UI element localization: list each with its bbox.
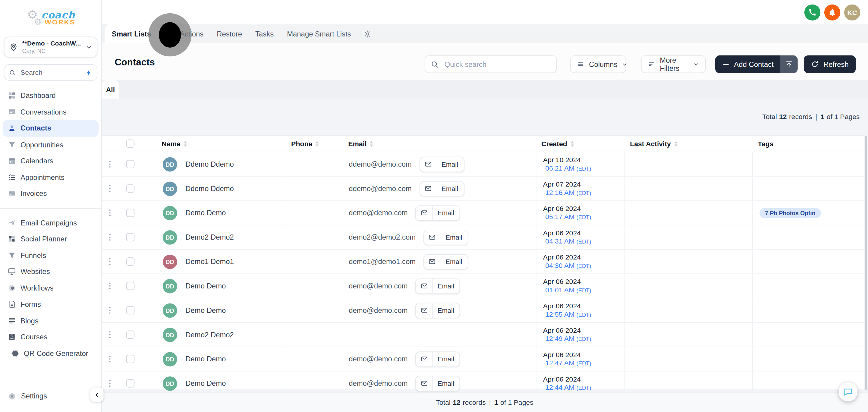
sidebar-item-calendars[interactable]: Calendars xyxy=(0,153,101,169)
table-scrollbar[interactable] xyxy=(865,136,867,390)
contact-name[interactable]: Demo2 Demo2 xyxy=(185,233,234,242)
send-email-button[interactable]: Email xyxy=(424,254,468,269)
refresh-button[interactable]: Refresh xyxy=(804,56,856,73)
sidebar-item-courses[interactable]: Courses xyxy=(0,329,101,345)
row-checkbox[interactable] xyxy=(126,257,134,266)
sidebar-item-blogs[interactable]: Blogs xyxy=(0,313,101,329)
sort-icon[interactable] xyxy=(315,141,319,146)
sidebar-item-invoices[interactable]: Invoices xyxy=(0,185,101,202)
sidebar-item-conversations[interactable]: Conversations xyxy=(0,104,101,120)
sidebar-item-dashboard[interactable]: Dashboard xyxy=(0,87,101,104)
sidebar-collapse-button[interactable] xyxy=(90,388,103,402)
row-checkbox[interactable] xyxy=(126,233,134,242)
chat-widget-button[interactable] xyxy=(839,382,858,401)
row-menu-kebab-icon[interactable] xyxy=(105,354,114,364)
contact-name[interactable]: Demo1 Demo1 xyxy=(185,257,234,266)
send-email-button[interactable]: Email xyxy=(415,278,460,293)
sidebar-search[interactable] xyxy=(4,64,97,81)
qr-code-icon xyxy=(11,349,20,358)
more-filters-dropdown[interactable]: More Filters xyxy=(641,56,706,73)
location-switcher[interactable]: **Demo - CoachW... Cary, NC xyxy=(4,36,97,58)
tab-tasks[interactable]: Tasks xyxy=(249,24,280,43)
row-menu-kebab-icon[interactable] xyxy=(105,281,114,290)
sidebar-item-contacts[interactable]: Contacts xyxy=(3,120,98,136)
row-menu-kebab-icon[interactable] xyxy=(105,379,114,388)
row-menu-kebab-icon[interactable] xyxy=(105,330,114,339)
contact-name[interactable]: Demo2 Demo2 xyxy=(185,330,234,339)
sidebar-item-websites[interactable]: Websites xyxy=(0,263,101,280)
send-email-button[interactable]: Email xyxy=(420,181,464,196)
contact-tags xyxy=(752,152,864,176)
contact-name[interactable]: Ddemo Ddemo xyxy=(185,185,234,193)
import-contacts-button[interactable] xyxy=(781,56,798,73)
send-email-button[interactable]: Email xyxy=(415,351,460,367)
tab-manage-smart-lists[interactable]: Manage Smart Lists xyxy=(280,24,358,43)
sidebar-item-social-planner[interactable]: Social Planner xyxy=(0,231,101,247)
row-menu-kebab-icon[interactable] xyxy=(105,208,114,218)
quick-search-input[interactable] xyxy=(443,59,551,69)
more-filters-label: More Filters xyxy=(660,56,689,73)
envelope-icon xyxy=(416,282,433,290)
sidebar-item-funnels[interactable]: Funnels xyxy=(0,247,101,263)
sidebar-item-workflows[interactable]: Workflows xyxy=(0,280,101,296)
contact-created: Apr 06 202412:47 AM (EDT) xyxy=(536,347,624,371)
row-menu-kebab-icon[interactable] xyxy=(105,232,114,242)
sidebar-item-forms[interactable]: Forms xyxy=(0,296,101,313)
sort-icon[interactable] xyxy=(184,141,187,146)
row-checkbox[interactable] xyxy=(126,355,134,363)
row-checkbox[interactable] xyxy=(126,379,134,388)
row-menu-kebab-icon[interactable] xyxy=(105,306,114,315)
phone-dialer-button[interactable] xyxy=(804,4,820,21)
sort-icon[interactable] xyxy=(370,141,373,146)
row-checkbox[interactable] xyxy=(126,160,134,168)
row-checkbox[interactable] xyxy=(126,306,134,315)
sidebar-item-email-campaigns[interactable]: Email Campaigns xyxy=(0,215,101,231)
row-menu-kebab-icon[interactable] xyxy=(105,257,114,266)
contact-last-activity xyxy=(624,274,752,298)
user-avatar[interactable]: KC xyxy=(844,4,860,21)
tab-restore[interactable]: Restore xyxy=(210,24,249,43)
sidebar-item-settings[interactable]: Settings xyxy=(0,388,47,404)
contact-phone xyxy=(286,347,343,371)
send-email-button[interactable]: Email xyxy=(415,303,460,318)
contact-created: Apr 06 202404:31 AM (EDT) xyxy=(536,225,624,249)
sidebar-search-input[interactable] xyxy=(19,68,85,77)
send-email-button[interactable]: Email xyxy=(420,156,464,172)
sidebar-item-opportunities[interactable]: Opportunities xyxy=(0,136,101,153)
row-menu-kebab-icon[interactable] xyxy=(105,184,114,193)
contact-name[interactable]: Demo Demo xyxy=(185,282,226,290)
send-email-button[interactable]: Email xyxy=(424,229,468,245)
sort-icon[interactable] xyxy=(674,141,678,146)
notifications-button[interactable] xyxy=(824,4,840,21)
contact-created: Apr 06 202405:17 AM (EDT) xyxy=(536,201,624,225)
row-checkbox[interactable] xyxy=(126,282,134,290)
contact-email: demo@demo.com xyxy=(349,306,407,315)
row-checkbox[interactable] xyxy=(126,330,134,339)
contact-name[interactable]: Demo Demo xyxy=(185,379,226,388)
send-email-button[interactable]: Email xyxy=(415,205,460,221)
quick-search[interactable] xyxy=(425,56,557,73)
contact-phone xyxy=(286,371,343,395)
add-contact-button[interactable]: Add Contact xyxy=(715,56,781,73)
send-email-button[interactable]: Email xyxy=(415,376,460,391)
column-header-name: Name xyxy=(142,136,286,152)
table-row: DDDemo2 Demo2demo2@demo2.comEmailApr 06 … xyxy=(101,225,864,250)
sidebar-item-qr-code-generator[interactable]: QR Code Generator xyxy=(0,345,101,361)
select-all-checkbox[interactable] xyxy=(126,139,134,148)
row-checkbox[interactable] xyxy=(126,209,134,217)
row-checkbox[interactable] xyxy=(126,185,134,193)
table-row: DDDdemo Ddemoddemo@demo.comEmailApr 10 2… xyxy=(101,152,864,177)
contact-name[interactable]: Demo Demo xyxy=(185,355,226,363)
tab-all[interactable]: All xyxy=(102,80,119,99)
contact-name[interactable]: Demo Demo xyxy=(185,306,226,315)
contact-created: Apr 06 202412:49 AM (EDT) xyxy=(536,323,624,347)
smart-lists-settings-gear-icon[interactable] xyxy=(358,24,377,43)
sort-icon[interactable] xyxy=(570,141,574,146)
contact-name[interactable]: Demo Demo xyxy=(185,209,226,217)
bolt-icon[interactable] xyxy=(85,69,93,76)
sidebar-item-appointments[interactable]: Appointments xyxy=(0,169,101,185)
row-menu-kebab-icon[interactable] xyxy=(105,159,114,169)
columns-dropdown[interactable]: Columns xyxy=(570,56,626,73)
contact-name[interactable]: Ddemo Ddemo xyxy=(185,160,234,168)
contact-avatar: DD xyxy=(163,303,177,318)
